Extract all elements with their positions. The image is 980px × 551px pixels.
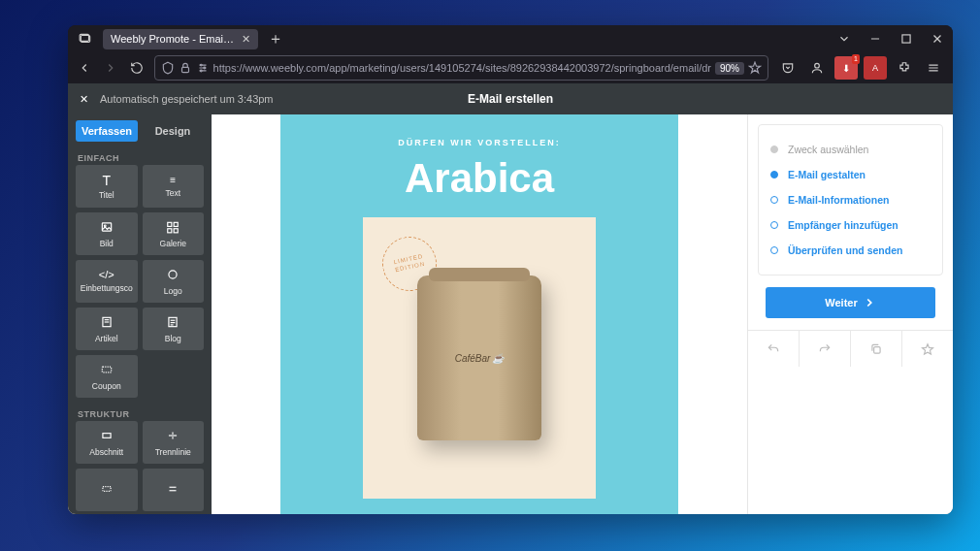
step-info[interactable]: E-Mail-Informationen bbox=[768, 187, 932, 212]
chevron-right-icon bbox=[863, 296, 876, 309]
back-button[interactable] bbox=[76, 56, 94, 80]
favorite-button[interactable] bbox=[902, 331, 953, 367]
tab-title: Weebly Promote - Email Creation M bbox=[111, 33, 236, 45]
svg-rect-19 bbox=[168, 222, 172, 226]
mode-tabs: Verfassen Design bbox=[68, 120, 212, 147]
forward-button[interactable] bbox=[102, 56, 120, 80]
minimize-button[interactable] bbox=[867, 32, 883, 46]
step-dot-icon bbox=[770, 221, 778, 229]
extension-1-icon[interactable]: ⬇1 bbox=[834, 56, 858, 80]
browser-titlebar: Weebly Promote - Email Creation M ✕ ＋ bbox=[68, 25, 953, 52]
pocket-icon[interactable] bbox=[776, 56, 800, 80]
dropdown-icon[interactable] bbox=[836, 32, 852, 46]
widget-section[interactable]: Abschnitt bbox=[76, 421, 138, 464]
svg-rect-36 bbox=[103, 487, 111, 492]
email-headline: Arabica bbox=[405, 155, 554, 202]
url-text: https://www.weebly.com/app/marketing/use… bbox=[213, 62, 711, 74]
reload-button[interactable] bbox=[128, 56, 147, 80]
browser-window: Weebly Promote - Email Creation M ✕ ＋ ht… bbox=[68, 25, 953, 514]
widget-divider[interactable]: Trennlinie bbox=[143, 421, 205, 464]
coupon-icon bbox=[100, 363, 114, 378]
tab-compose[interactable]: Verfassen bbox=[76, 120, 138, 142]
section-simple: EINFACH bbox=[68, 147, 212, 165]
svg-rect-21 bbox=[168, 228, 172, 232]
svg-point-23 bbox=[169, 270, 177, 277]
duplicate-button[interactable] bbox=[851, 331, 902, 367]
recent-tabs-icon[interactable] bbox=[76, 29, 95, 49]
svg-rect-3 bbox=[902, 35, 910, 43]
step-purpose[interactable]: Zweck auswählen bbox=[768, 137, 932, 162]
tab-close-icon[interactable]: ✕ bbox=[242, 33, 250, 46]
continue-button[interactable]: Weiter bbox=[766, 287, 935, 318]
blog-icon bbox=[166, 315, 180, 331]
email-canvas[interactable]: DÜRFEN WIR VORSTELLEN: Arabica LIMITED E… bbox=[212, 114, 747, 514]
widget-image[interactable]: Bild bbox=[76, 212, 138, 255]
step-design[interactable]: E-Mail gestalten bbox=[768, 162, 932, 187]
browser-toolbar: https://www.weebly.com/app/marketing/use… bbox=[68, 52, 953, 83]
widget-text[interactable]: ≡Text bbox=[143, 165, 205, 208]
permissions-icon[interactable] bbox=[196, 61, 210, 75]
step-dot-icon bbox=[770, 171, 778, 178]
embed-icon: </> bbox=[99, 270, 114, 280]
text-icon: ≡ bbox=[170, 176, 176, 185]
undo-button[interactable] bbox=[748, 331, 800, 367]
redo-button[interactable] bbox=[800, 331, 851, 367]
new-tab-button[interactable]: ＋ bbox=[266, 29, 285, 49]
autosave-status: Automatisch gespeichert um 3:43pm bbox=[100, 93, 274, 105]
svg-rect-20 bbox=[174, 222, 178, 226]
svg-rect-22 bbox=[174, 228, 178, 232]
product-brand: CaféBar☕ bbox=[455, 353, 505, 364]
widget-more-2-icon bbox=[166, 482, 180, 498]
widget-embed[interactable]: </>Einbettungsco bbox=[76, 260, 138, 303]
address-bar[interactable]: https://www.weebly.com/app/marketing/use… bbox=[154, 55, 768, 81]
widget-coupon[interactable]: Coupon bbox=[76, 355, 138, 398]
tab-design[interactable]: Design bbox=[142, 120, 204, 142]
widget-gallery[interactable]: Galerie bbox=[143, 212, 205, 255]
section-structure: STRUKTUR bbox=[68, 404, 212, 421]
step-dot-icon bbox=[770, 146, 778, 153]
maximize-button[interactable] bbox=[898, 32, 914, 46]
app-content: ✕ Automatisch gespeichert um 3:43pm E-Ma… bbox=[68, 83, 953, 514]
widget-article[interactable]: Artikel bbox=[76, 308, 138, 350]
widget-logo[interactable]: Logo bbox=[143, 260, 205, 303]
article-icon bbox=[100, 315, 114, 331]
widget-more-2[interactable] bbox=[143, 469, 205, 511]
title-icon: T bbox=[102, 174, 111, 187]
action-bar bbox=[748, 330, 953, 367]
page-title: E-Mail erstellen bbox=[468, 92, 553, 106]
extension-2-icon[interactable]: A bbox=[864, 56, 887, 80]
product-card: LIMITED EDITION CaféBar☕ bbox=[363, 217, 596, 499]
widget-more-1-icon bbox=[100, 482, 114, 498]
cup-icon: ☕ bbox=[492, 353, 504, 364]
email-eyebrow: DÜRFEN WIR VORSTELLEN: bbox=[398, 138, 561, 147]
gallery-icon bbox=[166, 220, 180, 236]
email-preview: DÜRFEN WIR VORSTELLEN: Arabica LIMITED E… bbox=[280, 114, 678, 514]
step-dot-icon bbox=[770, 196, 778, 204]
close-window-button[interactable] bbox=[930, 32, 945, 46]
image-icon bbox=[100, 220, 114, 236]
zoom-badge[interactable]: 90% bbox=[715, 62, 744, 75]
menu-icon[interactable] bbox=[922, 56, 945, 80]
steps-list: Zweck auswählen E-Mail gestalten E-Mail-… bbox=[758, 124, 943, 276]
sidebar: Verfassen Design EINFACH TTitel ≡Text Bi… bbox=[68, 114, 212, 514]
bookmark-star-icon[interactable] bbox=[748, 61, 762, 75]
widget-title[interactable]: TTitel bbox=[76, 165, 138, 208]
divider-icon bbox=[166, 429, 180, 444]
extensions-icon[interactable] bbox=[893, 56, 916, 80]
account-icon[interactable] bbox=[805, 56, 829, 80]
svg-point-13 bbox=[815, 63, 820, 68]
step-review[interactable]: Überprüfen und senden bbox=[768, 238, 932, 263]
lock-icon bbox=[179, 61, 192, 75]
step-recipients[interactable]: Empfänger hinzufügen bbox=[768, 212, 932, 238]
close-editor-button[interactable]: ✕ bbox=[80, 93, 88, 106]
browser-tab[interactable]: Weebly Promote - Email Creation M ✕ bbox=[103, 29, 258, 49]
shield-icon bbox=[161, 61, 175, 75]
svg-rect-6 bbox=[181, 67, 188, 72]
step-dot-icon bbox=[770, 246, 778, 254]
app-header: ✕ Automatisch gespeichert um 3:43pm E-Ma… bbox=[68, 83, 953, 114]
svg-rect-31 bbox=[102, 367, 111, 373]
widget-blog[interactable]: Blog bbox=[143, 308, 205, 350]
logo-icon bbox=[166, 268, 180, 283]
svg-rect-32 bbox=[103, 433, 111, 438]
widget-more-1[interactable] bbox=[76, 469, 138, 511]
